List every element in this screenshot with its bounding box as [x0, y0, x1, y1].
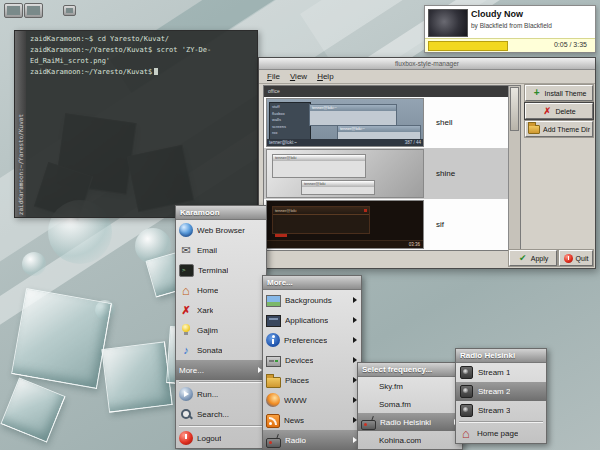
menu-item-devices[interactable]: Devices: [263, 350, 361, 370]
menu-item-preferences[interactable]: Preferences: [263, 330, 361, 350]
speaker-icon: [460, 404, 473, 417]
button-label: Delete: [555, 108, 575, 115]
menu-view[interactable]: View: [285, 72, 312, 81]
menu-item-label: WWW: [284, 396, 307, 405]
select-frequency-menu: Select frequency... Sky.fm Soma.fm Radio…: [357, 362, 463, 450]
dock-icon[interactable]: [4, 3, 23, 18]
menu-item-logout[interactable]: Logout: [176, 428, 266, 448]
scrollbar[interactable]: [508, 86, 520, 250]
desktop[interactable]: { "terminal": { "title_vertical": "zaidK…: [0, 0, 600, 450]
karamoon-menu: Karamoon Web Browser Email Terminal Home…: [175, 205, 267, 449]
radio-icon: [266, 438, 281, 448]
scrollbar-thumb[interactable]: [510, 87, 519, 131]
quit-button[interactable]: Quit: [559, 250, 593, 266]
terminal-line: zaidKaramoon:~/Yaresto/Kuvat$: [30, 67, 253, 78]
menu-item-email[interactable]: Email: [176, 240, 266, 260]
menu-title: Radio Helsinki: [456, 349, 546, 363]
check-icon: [518, 253, 528, 263]
menu-item-stream-1[interactable]: Stream 1: [456, 363, 546, 382]
web-browser-icon: [179, 223, 193, 237]
menu-item-label: Search...: [197, 410, 229, 419]
email-icon: [179, 243, 193, 257]
install-theme-button[interactable]: Install Theme: [525, 85, 593, 101]
menu-item-label: Applications: [285, 316, 328, 325]
menu-item-www[interactable]: WWW: [263, 390, 361, 410]
terminal-window: zaidKaramoon:~/Yaresto/Kuvat zaidKaramoo…: [14, 30, 258, 218]
menu-help[interactable]: Help: [312, 72, 338, 81]
theme-row[interactable]: tenner@loki 03:36 sif: [264, 199, 509, 250]
preview-window: tenner@loki: [272, 154, 366, 178]
menu-item-stream-2[interactable]: Stream 2: [456, 382, 546, 401]
menu-item-home-page[interactable]: Home page: [456, 424, 546, 443]
lightbulb-icon: [179, 323, 193, 337]
power-icon: [179, 431, 193, 445]
www-globe-icon: [266, 393, 280, 407]
terminal-title: zaidKaramoon:~/Yaresto/Kuvat: [17, 112, 24, 217]
terminal-content[interactable]: zaidKaramoon:~$ cd Yaresto/Kuvat/ zaidKa…: [26, 31, 257, 217]
button-label: Install Theme: [545, 90, 587, 97]
apply-button[interactable]: Apply: [509, 250, 557, 266]
menu-title: Karamoon: [176, 206, 266, 220]
music-note-icon: [179, 343, 193, 357]
add-theme-dir-button[interactable]: Add Theme Dir: [525, 121, 593, 137]
preview-clock: 03:36: [409, 242, 420, 247]
menu-item-somafm[interactable]: Soma.fm: [358, 395, 462, 413]
menu-item-kohina[interactable]: Kohina.com: [358, 431, 462, 449]
terminal-titlebar[interactable]: zaidKaramoon:~/Yaresto/Kuvat: [15, 31, 26, 217]
menu-separator: [179, 425, 263, 427]
progress-bar[interactable]: [428, 41, 508, 51]
menu-item-label: Radio: [285, 436, 306, 445]
preview-titlebar: tenner@loki:~: [310, 105, 396, 111]
menu-file[interactable]: File: [262, 72, 285, 81]
menu-item-search[interactable]: Search...: [176, 404, 266, 424]
menu-item-stream-3[interactable]: Stream 3: [456, 401, 546, 420]
submenu-arrow-icon: [353, 297, 357, 303]
menu-item-web-browser[interactable]: Web Browser: [176, 220, 266, 240]
menubar: File View Help: [259, 70, 595, 84]
preview-taskbar: tenner@loki:~ 387 / 44: [267, 139, 423, 146]
icon-spacer: [361, 433, 375, 447]
terminal-icon: [179, 264, 194, 277]
menu-item-applications[interactable]: Applications: [263, 310, 361, 330]
menu-item-more[interactable]: More...: [176, 360, 266, 380]
menu-item-label: Stream 3: [478, 406, 510, 415]
menu-item-label: Devices: [285, 356, 313, 365]
desktop-cube: [101, 341, 172, 412]
theme-preview-shell: stuff fluxbox walls screens rox tenner@l…: [266, 98, 424, 147]
theme-row[interactable]: stuff fluxbox walls screens rox tenner@l…: [264, 97, 509, 148]
menu-item-backgrounds[interactable]: Backgrounds: [263, 290, 361, 310]
dock-icon[interactable]: [24, 3, 43, 18]
mini-menu-item: walls: [272, 117, 308, 124]
mini-menu-item: rox: [272, 130, 308, 137]
menu-item-radio[interactable]: Radio: [263, 430, 361, 450]
menu-item-sonata[interactable]: Sonata: [176, 340, 266, 360]
submenu-arrow-icon: [353, 317, 357, 323]
delete-button[interactable]: Delete: [525, 103, 593, 119]
menu-item-gajim[interactable]: Gajim: [176, 320, 266, 340]
menu-item-label: Xark: [197, 306, 213, 315]
menu-item-label: Preferences: [284, 336, 327, 345]
preview-mini-menu: stuff fluxbox walls screens rox: [269, 102, 311, 144]
theme-name: shine: [436, 169, 455, 178]
menu-item-places[interactable]: Places: [263, 370, 361, 390]
menu-item-label: Places: [285, 376, 309, 385]
menu-item-xark[interactable]: Xark: [176, 300, 266, 320]
theme-row-partial[interactable]: office: [264, 86, 509, 97]
preview-task-label: tenner@loki:~: [269, 140, 297, 145]
drive-icon: [266, 356, 281, 367]
menu-item-label: Gajim: [197, 326, 218, 335]
icon-spacer: [361, 379, 375, 393]
preferences-icon: [266, 333, 280, 347]
track-artist-album: by Blackfield from Blackfield: [471, 22, 552, 29]
dock-icon[interactable]: [63, 5, 76, 16]
menu-item-news[interactable]: News: [263, 410, 361, 430]
button-label: Quit: [576, 255, 589, 262]
window-titlebar[interactable]: fluxbox-style-manager: [259, 58, 595, 70]
theme-row[interactable]: tenner@loki tenner@loki shine: [264, 148, 509, 199]
menu-item-home[interactable]: Home: [176, 280, 266, 300]
menu-item-skyfm[interactable]: Sky.fm: [358, 377, 462, 395]
menu-item-run[interactable]: Run...: [176, 384, 266, 404]
menu-item-terminal[interactable]: Terminal: [176, 260, 266, 280]
menu-item-radio-helsinki[interactable]: Radio Helsinki: [358, 413, 462, 431]
terminal-line: zaidKaramoon:~$ cd Yaresto/Kuvat/: [30, 34, 253, 45]
